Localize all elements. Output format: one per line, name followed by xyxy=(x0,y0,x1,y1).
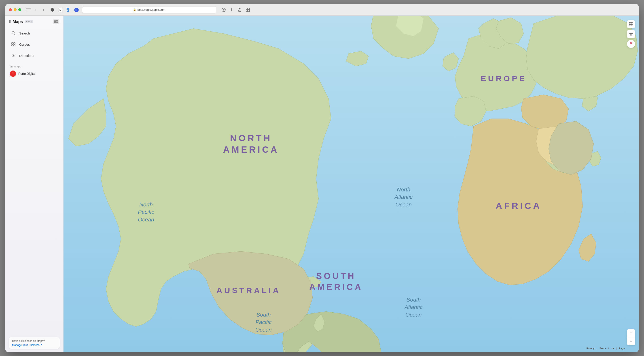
svg-text:NORTH: NORTH xyxy=(230,133,272,143)
svg-rect-20 xyxy=(14,45,15,46)
right-toolbar xyxy=(221,7,251,13)
svg-rect-4 xyxy=(67,10,69,10)
url-display: beta.maps.apple.com xyxy=(138,8,165,12)
maps-sidebar:  Maps BETA xyxy=(5,16,64,178)
file-icon[interactable] xyxy=(66,7,71,13)
recents-title: Recents xyxy=(10,65,20,69)
maps-title: Maps xyxy=(13,20,23,24)
share-icon[interactable] xyxy=(237,7,242,13)
notion-icon[interactable]: N xyxy=(58,7,63,13)
browser-titlebar: ‹ › N xyxy=(5,4,322,16)
svg-rect-5 xyxy=(67,10,68,11)
sidebar-nav: Search Guides xyxy=(5,26,63,63)
browser-controls: ‹ › xyxy=(26,7,47,13)
pin-icon: 📍 xyxy=(11,72,15,75)
tabs-icon[interactable] xyxy=(245,7,251,13)
recents-header[interactable]: Recents › xyxy=(10,65,59,69)
recents-chevron-icon: › xyxy=(22,66,22,68)
directions-label: Directions xyxy=(19,54,34,58)
toolbar-icons: N B xyxy=(50,7,80,13)
shield-icon[interactable] xyxy=(50,7,55,13)
svg-rect-17 xyxy=(12,43,13,44)
directions-icon xyxy=(10,52,16,59)
directions-nav-item[interactable]: Directions xyxy=(8,50,60,61)
svg-rect-10 xyxy=(248,8,250,10)
search-label: Search xyxy=(19,31,30,35)
download-icon[interactable] xyxy=(221,7,226,13)
guides-nav-item[interactable]: Guides xyxy=(8,39,60,50)
maps-logo:  Maps BETA xyxy=(10,20,33,24)
beta-badge: BETA xyxy=(25,20,33,23)
search-icon xyxy=(10,30,16,36)
maximize-button[interactable] xyxy=(18,8,21,11)
recents-section: Recents › 📍 Porto Digital xyxy=(5,63,63,80)
svg-rect-11 xyxy=(246,10,248,12)
close-button[interactable] xyxy=(9,8,12,11)
lock-icon: 🔒 xyxy=(133,8,136,11)
new-tab-icon[interactable] xyxy=(229,7,234,13)
world-map-svg: NORTH AMERICA SOUTH AMERICA EUROPE AFRIC… xyxy=(64,16,322,178)
recent-item-porto-digital[interactable]: 📍 Porto Digital xyxy=(10,69,59,79)
guides-icon xyxy=(10,41,16,48)
back-button[interactable]: ‹ xyxy=(32,7,39,13)
traffic-lights xyxy=(9,8,21,11)
browser-content:  Maps BETA xyxy=(5,16,322,178)
minimize-button[interactable] xyxy=(14,8,16,11)
svg-text:N: N xyxy=(60,9,61,11)
b-icon[interactable]: B xyxy=(74,7,80,13)
search-nav-item[interactable]: Search xyxy=(8,28,60,39)
maps-header:  Maps BETA xyxy=(5,16,63,26)
svg-rect-19 xyxy=(12,45,13,46)
recent-pin-icon: 📍 xyxy=(10,71,16,77)
svg-rect-15 xyxy=(56,22,58,23)
recent-item-label: Porto Digital xyxy=(18,72,35,75)
apple-logo-icon:  xyxy=(10,20,11,24)
svg-text:B: B xyxy=(75,8,77,12)
svg-rect-3 xyxy=(67,9,69,10)
forward-button[interactable]: › xyxy=(40,7,47,13)
map-area[interactable]: NORTH AMERICA SOUTH AMERICA EUROPE AFRIC… xyxy=(64,16,322,178)
guides-label: Guides xyxy=(19,43,30,46)
sidebar-toggle-button[interactable] xyxy=(26,8,31,12)
svg-rect-13 xyxy=(54,20,56,23)
svg-rect-18 xyxy=(14,43,15,44)
svg-text:AMERICA: AMERICA xyxy=(223,145,279,155)
address-bar[interactable]: 🔒 beta.maps.apple.com xyxy=(82,6,216,14)
svg-rect-14 xyxy=(56,20,58,22)
sidebar-view-toggle-button[interactable] xyxy=(53,19,59,24)
svg-rect-9 xyxy=(246,8,248,10)
browser-window: ‹ › N xyxy=(5,4,322,178)
svg-rect-12 xyxy=(248,10,250,12)
